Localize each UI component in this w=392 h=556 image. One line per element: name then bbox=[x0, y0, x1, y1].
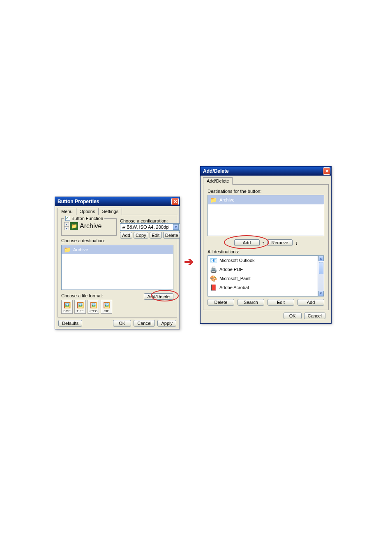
spin-up-icon[interactable]: ▲ bbox=[64, 222, 69, 226]
scrollbar[interactable]: ▲ ▼ bbox=[318, 256, 324, 296]
titlebar[interactable]: Button Properties ✕ bbox=[55, 197, 180, 206]
choose-destination-label: Choose a destination: bbox=[61, 238, 117, 243]
all-add-button[interactable]: Add bbox=[297, 299, 324, 306]
tab-add-delete[interactable]: Add/Delete bbox=[203, 177, 233, 185]
choose-format-label: Choose a file format: bbox=[61, 293, 112, 298]
config-scan-icon: ▰ bbox=[122, 225, 125, 230]
button-function-check[interactable] bbox=[65, 216, 70, 221]
scroll-up-icon[interactable]: ▲ bbox=[318, 256, 324, 261]
list-item-label: Archive bbox=[73, 247, 88, 252]
format-gif[interactable]: 🖼️GIF bbox=[101, 300, 112, 314]
list-item[interactable]: 🖨️ Adobe PDF bbox=[208, 265, 324, 274]
printer-icon: 🖨️ bbox=[210, 266, 217, 273]
config-value: B&W, ISO A4, 200dpi bbox=[127, 225, 170, 229]
window-title: Add/Delete bbox=[203, 168, 229, 174]
config-add-button[interactable]: Add bbox=[120, 232, 132, 239]
bmp-icon: 🖼️ bbox=[64, 302, 71, 308]
button-function-name: Archive bbox=[80, 222, 101, 230]
tab-settings[interactable]: Settings bbox=[98, 208, 122, 215]
spinner[interactable]: ▲ ▼ bbox=[64, 222, 69, 230]
config-copy-button[interactable]: Copy bbox=[134, 232, 148, 239]
ok-button[interactable]: OK bbox=[284, 313, 302, 319]
arrow-annotation-icon: ➔ bbox=[184, 255, 194, 269]
list-item-label: Adobe PDF bbox=[219, 267, 243, 272]
format-jpeg[interactable]: 🖼️JPEG bbox=[88, 300, 99, 314]
add-button[interactable]: Add bbox=[234, 239, 260, 246]
add-delete-dialog: Add/Delete ✕ Add/Delete Destinations for… bbox=[200, 166, 332, 324]
window-title: Button Properties bbox=[58, 199, 99, 204]
list-item[interactable]: 🎨 Microsoft_Paint bbox=[208, 274, 324, 283]
list-item-label: Archive bbox=[219, 197, 235, 202]
close-icon[interactable]: ✕ bbox=[323, 167, 330, 175]
apply-button[interactable]: Apply bbox=[157, 320, 176, 327]
paint-icon: 🎨 bbox=[210, 275, 217, 282]
format-row: 🖼️BMP 🖼️TIFF 🖼️JPEG 🖼️GIF bbox=[61, 300, 112, 314]
button-properties-dialog: Button Properties ✕ Menu Options Setting… bbox=[55, 197, 180, 329]
remove-button[interactable]: Remove bbox=[267, 239, 293, 246]
scroll-down-icon[interactable]: ▼ bbox=[318, 291, 324, 296]
folder-icon: 📁 bbox=[63, 246, 71, 253]
spin-down-icon[interactable]: ▼ bbox=[64, 226, 69, 230]
config-dropdown[interactable]: ▰B&W, ISO A4, 200dpi ▾ bbox=[120, 223, 180, 231]
choose-config-label: Choose a configuration: bbox=[120, 218, 180, 223]
list-item-label: Microsoft Outlook bbox=[219, 258, 255, 263]
top-destination-list[interactable]: 📁 Archive bbox=[208, 195, 324, 236]
cancel-button[interactable]: Cancel bbox=[304, 313, 325, 319]
archive-icon: 📁 bbox=[70, 222, 78, 230]
format-tiff[interactable]: 🖼️TIFF bbox=[74, 300, 86, 314]
dropdown-arrow-icon[interactable]: ▾ bbox=[173, 224, 179, 230]
all-delete-button[interactable]: Delete bbox=[208, 299, 234, 306]
cancel-button[interactable]: Cancel bbox=[134, 320, 155, 327]
tab-menu[interactable]: Menu bbox=[58, 208, 76, 215]
close-icon[interactable]: ✕ bbox=[171, 198, 179, 205]
all-search-button[interactable]: Search bbox=[238, 299, 264, 306]
scroll-thumb[interactable] bbox=[319, 262, 323, 274]
list-item[interactable]: 📧 Microsoft Outlook bbox=[208, 256, 324, 265]
config-delete-button[interactable]: Delete bbox=[163, 232, 180, 239]
move-up-icon[interactable]: ↑ bbox=[262, 240, 265, 246]
folder-icon: 📁 bbox=[210, 196, 217, 204]
list-item[interactable]: 📁 Archive bbox=[208, 195, 324, 204]
titlebar[interactable]: Add/Delete ✕ bbox=[201, 167, 331, 176]
add-delete-button[interactable]: Add/Delete bbox=[144, 293, 173, 300]
list-item[interactable]: 📁 Archive bbox=[62, 245, 173, 254]
all-destinations-label: All destinations: bbox=[208, 249, 324, 254]
list-item-label: Adobe Acrobat bbox=[219, 285, 249, 290]
acrobat-icon: 📕 bbox=[210, 284, 217, 291]
config-edit-button[interactable]: Edit bbox=[150, 232, 162, 239]
tiff-icon: 🖼️ bbox=[77, 302, 84, 308]
tab-options[interactable]: Options bbox=[76, 208, 99, 215]
list-item[interactable]: 📕 Adobe Acrobat bbox=[208, 283, 324, 292]
tab-row: Menu Options Settings bbox=[58, 208, 177, 215]
jpeg-icon: 🖼️ bbox=[90, 302, 97, 308]
ok-button[interactable]: OK bbox=[113, 320, 131, 327]
dest-for-button-label: Destinations for the button: bbox=[208, 189, 324, 194]
destination-list[interactable]: 📁 Archive bbox=[61, 245, 173, 290]
defaults-button[interactable]: Defaults bbox=[58, 320, 82, 327]
format-bmp[interactable]: 🖼️BMP bbox=[61, 300, 73, 314]
all-destinations-list[interactable]: 📧 Microsoft Outlook 🖨️ Adobe PDF 🎨 Micro… bbox=[208, 255, 324, 297]
button-function-legend: Button Function bbox=[71, 216, 103, 221]
gif-icon: 🖼️ bbox=[103, 302, 110, 308]
all-edit-button[interactable]: Edit bbox=[267, 299, 294, 306]
move-down-icon[interactable]: ↓ bbox=[295, 240, 298, 246]
list-item-label: Microsoft_Paint bbox=[219, 276, 251, 281]
outlook-icon: 📧 bbox=[210, 257, 217, 264]
